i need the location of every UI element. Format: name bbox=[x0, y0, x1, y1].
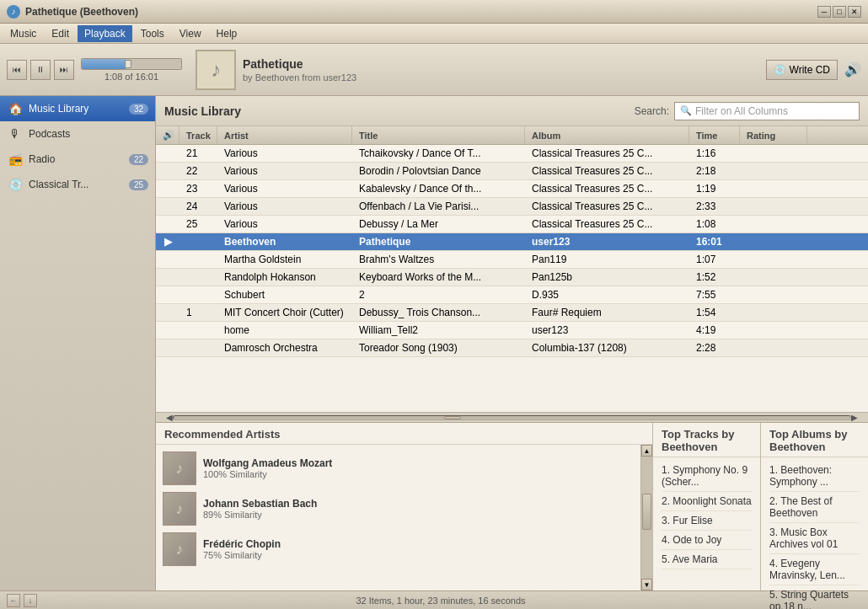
th-track[interactable]: Track bbox=[179, 126, 217, 144]
close-button[interactable]: ✕ bbox=[848, 6, 861, 18]
table-row[interactable]: Martha Goldstein Brahm's Waltzes Pan119 … bbox=[156, 251, 868, 269]
table-row[interactable]: Schubert 2 D.935 7:55 bbox=[156, 286, 868, 304]
td-album-2: Classical Treasures 25 C... bbox=[525, 180, 689, 197]
minimize-button[interactable]: ─ bbox=[817, 6, 831, 18]
td-title-11: Toreador Song (1903) bbox=[352, 339, 525, 356]
top-albums-title: Top Albums by Beethoven bbox=[761, 423, 868, 457]
horizontal-scrollbar[interactable]: ◀ ▶ bbox=[156, 412, 868, 422]
prev-button[interactable]: ⏮ bbox=[7, 60, 27, 80]
menu-tools[interactable]: Tools bbox=[134, 25, 171, 42]
menu-view[interactable]: View bbox=[173, 25, 208, 42]
sidebar-item-podcasts[interactable]: 🎙 Podcasts bbox=[0, 121, 155, 147]
scroll-thumb[interactable] bbox=[444, 416, 461, 419]
scroll-left-btn[interactable]: ◀ bbox=[166, 413, 173, 422]
menu-edit[interactable]: Edit bbox=[45, 25, 76, 42]
td-track-4: 25 bbox=[179, 216, 217, 232]
table-row[interactable]: home William_Tell2 user123 4:19 bbox=[156, 322, 868, 339]
td-title-6: Brahm's Waltzes bbox=[352, 251, 525, 268]
transport-controls: ⏮ ⏸ ⏭ bbox=[7, 60, 74, 80]
td-rating-4 bbox=[740, 222, 807, 227]
th-rating[interactable]: Rating bbox=[740, 126, 807, 144]
sidebar-item-music-library[interactable]: 🏠 Music Library 32 bbox=[0, 96, 155, 121]
td-time-8: 7:55 bbox=[689, 286, 740, 303]
td-track-1: 22 bbox=[179, 163, 217, 179]
table-row[interactable]: 1 MIT Concert Choir (Cutter) Debussy_ Tr… bbox=[156, 304, 868, 322]
scroll-right-btn[interactable]: ▶ bbox=[851, 413, 858, 422]
artist-item[interactable]: ♪ Johann Sebastian Bach 89% Similarity bbox=[156, 489, 640, 529]
track-item[interactable]: 1. Symphony No. 9 (Scher... bbox=[662, 461, 752, 492]
recommended-scrollbar[interactable]: ▲ ▼ bbox=[640, 445, 652, 590]
track-item[interactable]: 5. Ave Maria bbox=[662, 550, 752, 569]
artist-name-0: Wolfgang Amadeus Mozart bbox=[203, 457, 332, 469]
artist-item[interactable]: ♪ Wolfgang Amadeus Mozart 100% Similarit… bbox=[156, 448, 640, 489]
progress-bar[interactable] bbox=[81, 58, 182, 70]
scroll-track[interactable] bbox=[173, 415, 851, 420]
th-artist[interactable]: Artist bbox=[217, 126, 352, 144]
search-placeholder-text: Filter on All Columns bbox=[695, 105, 788, 117]
table-row[interactable]: ▶ Beethoven Pathetique user123 16:01 bbox=[156, 233, 868, 251]
album-item[interactable]: 1. Beethoven: Symphony ... bbox=[769, 461, 860, 492]
music-table: 🔊 Track Artist Title Album Time Rating 2… bbox=[156, 126, 868, 412]
speaker-icon: 🔊 bbox=[163, 130, 174, 141]
podcast-icon: 🎙 bbox=[7, 126, 24, 142]
artist-item[interactable]: ♪ Frédéric Chopin 75% Similarity bbox=[156, 529, 640, 569]
library-title: Music Library bbox=[164, 104, 635, 118]
home-icon: 🏠 bbox=[7, 100, 24, 117]
menu-music[interactable]: Music bbox=[3, 25, 43, 42]
album-item[interactable]: 2. The Best of Beethoven bbox=[769, 492, 860, 523]
th-album[interactable]: Album bbox=[525, 126, 689, 144]
table-row[interactable]: 24 Various Offenbach / La Vie Parisi... … bbox=[156, 198, 868, 216]
next-button[interactable]: ⏭ bbox=[54, 60, 74, 80]
write-cd-button[interactable]: 💿 Write CD bbox=[766, 60, 838, 80]
menu-help[interactable]: Help bbox=[210, 25, 244, 42]
nav-prev-button[interactable]: ← bbox=[7, 594, 20, 607]
now-playing-meta: by Beethoven from user123 bbox=[243, 72, 356, 83]
table-row[interactable]: 22 Various Borodin / Polovtsian Dance Cl… bbox=[156, 163, 868, 180]
td-artist-11: Damrosch Orchestra bbox=[217, 339, 352, 356]
sidebar-item-classical[interactable]: 💿 Classical Tr... 25 bbox=[0, 172, 155, 197]
progress-thumb[interactable] bbox=[125, 60, 131, 68]
td-album-5: user123 bbox=[525, 233, 689, 250]
artist-info-1: Johann Sebastian Bach 89% Similarity bbox=[203, 498, 317, 520]
track-item[interactable]: 3. Fur Elise bbox=[662, 511, 752, 531]
table-row[interactable]: Randolph Hokanson Keyboard Works of the … bbox=[156, 269, 868, 286]
top-tracks-panel: Top Tracks by Beethoven 1. Symphony No. … bbox=[653, 423, 761, 590]
artist-thumbnail-0: ♪ bbox=[163, 451, 196, 485]
td-album-6: Pan119 bbox=[525, 251, 689, 268]
th-title[interactable]: Title bbox=[352, 126, 525, 144]
write-cd-section: 💿 Write CD 🔊 bbox=[766, 60, 861, 80]
rec-scroll-down[interactable]: ▼ bbox=[641, 579, 652, 590]
td-track-8 bbox=[179, 292, 217, 297]
progress-fill bbox=[82, 59, 126, 69]
maximize-button[interactable]: □ bbox=[833, 6, 846, 18]
search-input[interactable]: 🔍 Filter on All Columns bbox=[674, 102, 860, 120]
rec-scroll-thumb[interactable] bbox=[642, 494, 651, 531]
th-time[interactable]: Time bbox=[689, 126, 740, 144]
rec-scroll-track[interactable] bbox=[641, 457, 652, 579]
td-track-0: 21 bbox=[179, 145, 217, 162]
recommended-inner: ♪ Wolfgang Amadeus Mozart 100% Similarit… bbox=[156, 445, 652, 590]
track-item[interactable]: 2. Moonlight Sonata bbox=[662, 492, 752, 511]
sidebar-item-radio[interactable]: 📻 Radio 22 bbox=[0, 147, 155, 172]
artist-similarity-1: 89% Similarity bbox=[203, 510, 317, 520]
rec-scroll-up[interactable]: ▲ bbox=[641, 445, 652, 457]
td-rating-8 bbox=[740, 292, 807, 297]
play-indicator: ▶ bbox=[164, 236, 172, 248]
td-time-6: 1:07 bbox=[689, 251, 740, 268]
td-title-0: Tchaikovsky / Dance Of T... bbox=[352, 145, 525, 162]
menu-playback[interactable]: Playback bbox=[78, 25, 132, 42]
pause-button[interactable]: ⏸ bbox=[30, 60, 51, 80]
volume-icon[interactable]: 🔊 bbox=[844, 61, 861, 77]
album-item[interactable]: 3. Music Box Archives vol 01 bbox=[769, 523, 860, 554]
table-row[interactable]: Damrosch Orchestra Toreador Song (1903) … bbox=[156, 339, 868, 357]
music-library-count: 32 bbox=[129, 104, 148, 115]
table-row[interactable]: 23 Various Kabalevsky / Dance Of th... C… bbox=[156, 180, 868, 198]
library-header: Music Library Search: 🔍 Filter on All Co… bbox=[156, 96, 868, 126]
search-label: Search: bbox=[635, 105, 669, 117]
table-row[interactable]: 25 Various Debussy / La Mer Classical Tr… bbox=[156, 216, 868, 233]
nav-down-button[interactable]: ↓ bbox=[24, 594, 37, 607]
track-item[interactable]: 4. Ode to Joy bbox=[662, 531, 752, 550]
table-row[interactable]: 21 Various Tchaikovsky / Dance Of T... C… bbox=[156, 145, 868, 163]
td-track-9: 1 bbox=[179, 304, 217, 321]
album-item[interactable]: 4. Evegeny Mravinsky, Len... bbox=[769, 554, 860, 585]
